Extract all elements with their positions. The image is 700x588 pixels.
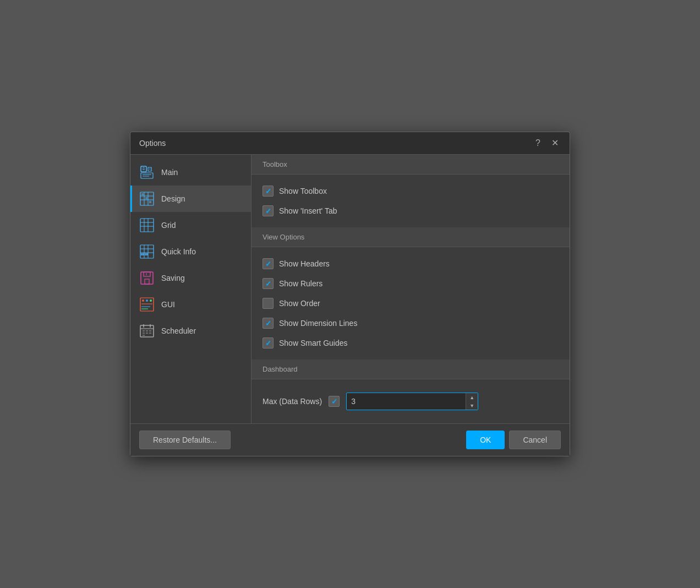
sidebar-item-saving[interactable]: Saving	[130, 265, 251, 291]
show-insert-tab-row: Show 'Insert' Tab	[262, 201, 559, 221]
show-rulers-label: Show Rulers	[279, 279, 322, 288]
sidebar-item-gui-label: GUI	[161, 300, 175, 309]
spinbox-down-arrow[interactable]: ▼	[466, 401, 478, 410]
show-order-checkbox-wrap[interactable]	[262, 298, 274, 309]
svg-rect-12	[141, 193, 144, 195]
svg-rect-20	[140, 245, 154, 258]
svg-rect-3	[141, 173, 153, 178]
sidebar-item-saving-label: Saving	[161, 274, 185, 282]
quickinfo-icon	[139, 244, 155, 259]
sidebar-item-scheduler[interactable]: Scheduler	[130, 318, 251, 344]
dashboard-section-content: Max (Data Rows) 3 ▲ ▼	[251, 379, 570, 423]
show-insert-tab-checkbox-wrap[interactable]	[262, 205, 274, 216]
show-order-row: Show Order	[262, 293, 559, 313]
show-smart-guides-checkbox-wrap[interactable]	[262, 337, 274, 349]
show-dimension-lines-checkbox-wrap[interactable]	[262, 318, 274, 329]
svg-point-34	[150, 300, 152, 302]
sidebar-item-design-label: Design	[161, 194, 185, 203]
sidebar-item-scheduler-label: Scheduler	[161, 326, 196, 335]
show-headers-checkbox-wrap[interactable]	[262, 258, 274, 269]
show-insert-tab-label: Show 'Insert' Tab	[279, 206, 337, 215]
max-data-rows-spinbox[interactable]: 3 ▲ ▼	[346, 393, 478, 410]
svg-point-32	[142, 300, 144, 302]
main-panel: Toolbox Show Toolbox Show 'Inser	[251, 155, 570, 423]
max-data-rows-checkbox-wrap[interactable]	[329, 396, 340, 407]
toolbox-section-content: Show Toolbox Show 'Insert' Tab	[251, 175, 570, 227]
sidebar-item-grid-label: Grid	[161, 221, 176, 230]
show-rulers-row: Show Rulers	[262, 274, 559, 293]
sidebar-item-gui[interactable]: GUI	[130, 291, 251, 318]
show-toolbox-label: Show Toolbox	[279, 187, 327, 195]
show-headers-row: Show Headers	[262, 254, 559, 274]
spinbox-arrows: ▲ ▼	[466, 393, 478, 410]
svg-rect-29	[145, 279, 149, 284]
saving-icon	[139, 270, 155, 286]
svg-point-33	[146, 300, 148, 302]
design-icon	[139, 191, 155, 206]
options-dialog: Options ? ✕	[130, 132, 570, 456]
dashboard-section-header: Dashboard	[251, 360, 570, 379]
max-data-rows-row: Max (Data Rows) 3 ▲ ▼	[262, 386, 559, 417]
max-data-rows-label: Max (Data Rows)	[262, 397, 322, 406]
dialog-footer: Restore Defaults... OK Cancel	[130, 423, 570, 456]
cancel-button[interactable]: Cancel	[509, 431, 561, 449]
svg-rect-14	[149, 201, 151, 203]
show-order-label: Show Order	[279, 299, 320, 308]
svg-rect-25	[141, 253, 144, 255]
svg-rect-28	[144, 272, 150, 276]
show-smart-guides-row: Show Smart Guides	[262, 333, 559, 353]
sidebar-item-grid[interactable]: Grid	[130, 212, 251, 238]
show-toolbox-checkbox-wrap[interactable]	[262, 186, 274, 197]
sidebar-item-design[interactable]: Design	[130, 186, 251, 212]
close-button[interactable]: ✕	[549, 138, 561, 149]
max-data-rows-input[interactable]: 3	[347, 397, 466, 406]
gui-icon	[139, 297, 155, 312]
spinbox-up-arrow[interactable]: ▲	[466, 393, 478, 401]
restore-defaults-button[interactable]: Restore Defaults...	[139, 431, 231, 449]
help-button[interactable]: ?	[533, 138, 543, 149]
toolbox-section-header: Toolbox	[251, 155, 570, 175]
svg-rect-13	[145, 197, 147, 199]
show-smart-guides-label: Show Smart Guides	[279, 339, 348, 347]
grid-icon	[139, 217, 155, 233]
show-dimension-lines-row: Show Dimension Lines	[262, 313, 559, 333]
view-options-section-header: View Options	[251, 227, 570, 247]
title-bar-actions: ? ✕	[533, 138, 561, 149]
main-icon	[139, 165, 155, 180]
dialog-body: Main Design	[130, 155, 570, 423]
dialog-title: Options	[139, 139, 166, 148]
title-bar: Options ? ✕	[130, 132, 570, 155]
svg-rect-0	[141, 166, 146, 172]
sidebar-item-main-label: Main	[161, 168, 178, 177]
show-dimension-lines-label: Show Dimension Lines	[279, 319, 357, 328]
show-rulers-checkbox-wrap[interactable]	[262, 278, 274, 289]
show-toolbox-row: Show Toolbox	[262, 181, 559, 201]
ok-button[interactable]: OK	[466, 431, 505, 449]
sidebar: Main Design	[130, 155, 251, 423]
sidebar-item-main[interactable]: Main	[130, 159, 251, 186]
footer-right: OK Cancel	[466, 431, 561, 449]
scheduler-icon	[139, 323, 155, 339]
sidebar-item-quickinfo[interactable]: Quick Info	[130, 238, 251, 265]
view-options-section-content: Show Headers Show Rulers Show	[251, 247, 570, 360]
svg-rect-15	[140, 219, 154, 232]
show-headers-label: Show Headers	[279, 259, 330, 268]
sidebar-item-quickinfo-label: Quick Info	[161, 247, 196, 256]
svg-rect-26	[145, 253, 148, 255]
svg-rect-27	[141, 272, 153, 284]
